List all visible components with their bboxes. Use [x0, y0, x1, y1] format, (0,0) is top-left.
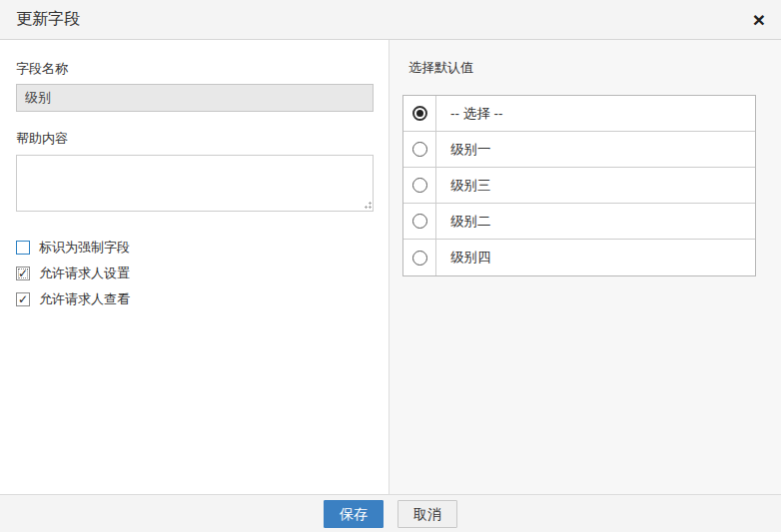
- default-value-label: 选择默认值: [408, 59, 756, 77]
- save-button[interactable]: 保存: [324, 500, 384, 528]
- radio-cell: [403, 168, 436, 203]
- checkbox-group: 标识为强制字段 允许请求人设置 允许请求人查看: [16, 240, 373, 307]
- checkbox-label-requester-set: 允许请求人设置: [39, 265, 130, 282]
- option-label: 级别一: [436, 132, 491, 167]
- option-label: 级别二: [436, 204, 491, 239]
- option-row-placeholder[interactable]: -- 选择 --: [403, 96, 755, 132]
- option-label: -- 选择 --: [436, 96, 502, 131]
- option-row-level-1[interactable]: 级别一: [403, 132, 755, 168]
- option-row-level-2[interactable]: 级别二: [403, 204, 755, 240]
- dialog-header: 更新字段 ×: [0, 0, 781, 40]
- right-panel: 选择默认值 -- 选择 -- 级别一: [390, 40, 781, 494]
- checkbox-row-requester-set[interactable]: 允许请求人设置: [16, 266, 373, 281]
- checkbox-label-requester-view: 允许请求人查看: [39, 290, 130, 308]
- checkbox-icon-mandatory-field[interactable]: [16, 241, 30, 255]
- option-row-level-4[interactable]: 级别四: [403, 240, 755, 275]
- default-value-options-table: -- 选择 -- 级别一 级别三: [402, 95, 756, 276]
- resize-grip-icon[interactable]: [363, 200, 372, 209]
- update-field-dialog: 更新字段 × 字段名称 帮助内容 标识为强制字段 允许请求人设置: [0, 0, 781, 532]
- field-name-label: 字段名称: [16, 60, 373, 78]
- checkbox-row-requester-view[interactable]: 允许请求人查看: [16, 291, 373, 307]
- radio-cell: [403, 132, 436, 167]
- radio-icon-level-3[interactable]: [412, 178, 427, 193]
- checkbox-icon-requester-set[interactable]: [16, 266, 30, 280]
- close-icon[interactable]: ×: [753, 9, 765, 30]
- radio-cell: [403, 240, 436, 275]
- field-name-input[interactable]: [16, 84, 374, 112]
- radio-cell: [403, 204, 436, 239]
- radio-icon-level-2[interactable]: [412, 214, 427, 229]
- dialog-footer: 保存 取消: [0, 494, 781, 532]
- help-content-textarea[interactable]: [16, 155, 374, 212]
- left-panel: 字段名称 帮助内容 标识为强制字段 允许请求人设置 允许请求人查看: [0, 40, 390, 494]
- help-content-label: 帮助内容: [16, 130, 373, 148]
- option-label: 级别三: [436, 168, 491, 203]
- option-label: 级别四: [436, 240, 491, 275]
- help-content-wrap: [16, 155, 374, 212]
- cancel-button[interactable]: 取消: [397, 500, 457, 528]
- radio-cell: [403, 96, 436, 131]
- radio-icon-placeholder[interactable]: [412, 106, 427, 121]
- option-row-level-3[interactable]: 级别三: [403, 168, 755, 204]
- dialog-body: 字段名称 帮助内容 标识为强制字段 允许请求人设置 允许请求人查看: [0, 40, 781, 494]
- radio-icon-level-1[interactable]: [412, 142, 427, 157]
- dialog-title: 更新字段: [16, 9, 80, 30]
- checkbox-row-mandatory-field[interactable]: 标识为强制字段: [16, 240, 373, 256]
- checkbox-icon-requester-view[interactable]: [16, 292, 30, 306]
- radio-icon-level-4[interactable]: [412, 251, 427, 266]
- checkbox-label-mandatory-field: 标识为强制字段: [39, 239, 130, 257]
